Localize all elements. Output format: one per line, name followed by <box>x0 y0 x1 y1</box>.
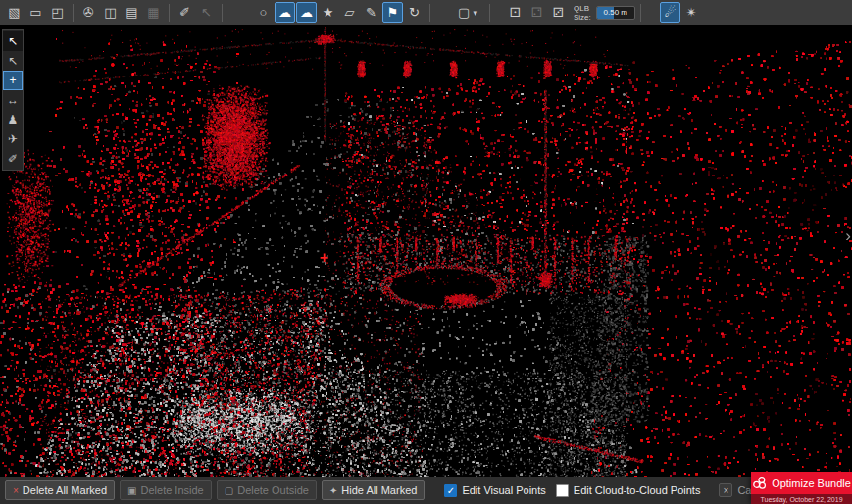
qlb-size-label: QLB Size: <box>574 4 591 22</box>
toolbar-group: ✇◫▤▦ <box>78 2 164 23</box>
close-icon: × <box>719 483 732 497</box>
toolbar-group: ⚀⚁⚂QLB Size:0.50 m <box>505 2 635 23</box>
delete-outside-button: ▢Delete Outside <box>217 480 317 500</box>
mark-cloud-outside-icon[interactable]: ☁ <box>296 2 317 23</box>
hide-all-marked-button[interactable]: ✦Hide All Marked <box>322 480 425 500</box>
delete-inside-label: Delete Inside <box>141 484 204 496</box>
split-view-icon[interactable]: ◫ <box>100 2 121 23</box>
pick-marker-icon: + <box>320 250 328 266</box>
edit-visual-points-label: Edit Visual Points <box>462 484 545 496</box>
paint-select-icon[interactable]: ✐ <box>3 149 23 169</box>
box-mode-icon[interactable]: ⚂ <box>548 2 569 23</box>
toolbar-separator <box>429 4 430 22</box>
pan-move-icon[interactable]: + <box>3 71 23 90</box>
pointcloud-canvas[interactable] <box>0 25 852 477</box>
toolbar-separator <box>169 4 170 22</box>
toolbar-group: ✐↖ <box>175 2 217 23</box>
fence-polygon-icon[interactable]: ▱ <box>339 2 360 23</box>
refresh-scan-icon[interactable]: ↻ <box>404 2 425 23</box>
toolbar-separator <box>222 4 223 22</box>
hide-all-marked-label: Hide All Marked <box>341 484 417 496</box>
checkbox-checked-icon[interactable]: ✓ <box>444 484 457 497</box>
mark-pen-icon[interactable]: ✐ <box>175 2 195 23</box>
toolbar-group: ▧▭◰ <box>4 2 68 23</box>
sphere-select-icon[interactable]: ○ <box>253 2 274 23</box>
panel-expander-icon[interactable]: › <box>845 227 851 244</box>
optimize-bundle-button[interactable]: Optimize Bundle Tuesday, October 22, 201… <box>751 472 852 504</box>
pick-cursor-icon: ↖ <box>196 2 217 23</box>
toolbar-group: ▢▾ <box>451 2 484 23</box>
flashlight-icon[interactable]: ☄ <box>660 2 680 23</box>
delete-all-marked-label: Delete All Marked <box>23 484 107 496</box>
limit-box-icon[interactable]: ⚀ <box>505 2 526 23</box>
checkbox-unchecked-icon[interactable] <box>556 484 569 497</box>
chevron-down-icon: ▾ <box>473 8 477 18</box>
draw-pencil-icon[interactable]: ✎ <box>361 2 381 23</box>
delete-inside-icon: ▣ <box>127 485 136 496</box>
beam-icon[interactable]: ✴ <box>681 2 702 23</box>
toolbar-separator <box>489 4 490 22</box>
grid-view-icon: ▦ <box>143 2 164 23</box>
placemark-pin-icon[interactable]: ⚑ <box>382 2 403 23</box>
edit-cloud-to-cloud-checkbox[interactable]: Edit Cloud-to-Cloud Points <box>556 484 701 497</box>
optimize-bundle-main: Optimize Bundle <box>751 472 852 494</box>
edit-cloud-to-cloud-label: Edit Cloud-to-Cloud Points <box>574 484 701 496</box>
qlb-size-slider[interactable]: 0.50 m <box>596 6 635 20</box>
delete-all-marked-icon: × <box>13 485 19 496</box>
edit-buttons-group: ×Delete All Marked▣Delete Inside▢Delete … <box>5 480 425 500</box>
toolbar-separator <box>73 4 74 22</box>
mark-cloud-inside-icon[interactable]: ☁ <box>275 2 295 23</box>
fit-screen-icon[interactable]: ▭ <box>25 2 46 23</box>
viewport: ↖↖+↔♟✈✐ + › <box>0 25 852 477</box>
multi-select-cursor-icon[interactable]: ↖ <box>3 51 23 71</box>
left-toolbar: ↖↖+↔♟✈✐ <box>2 29 24 171</box>
select-cursor-icon[interactable]: ↖ <box>3 31 23 51</box>
slider-value: 0.50 m <box>597 7 634 19</box>
bundle-icon <box>752 476 767 490</box>
panorama-view-icon[interactable]: ▤ <box>122 2 142 23</box>
top-toolbar: ▧▭◰✇◫▤▦✐↖○☁☁★▱✎⚑↻▢▾⚀⚁⚂QLB Size:0.50 m☄✴ <box>0 0 852 25</box>
status-date: Tuesday, October 22, 2019 <box>751 494 852 504</box>
delete-inside-button: ▣Delete Inside <box>120 480 212 500</box>
delete-all-marked-button[interactable]: ×Delete All Marked <box>5 480 115 500</box>
star-target-icon[interactable]: ★ <box>318 2 338 23</box>
app-window: ▧▭◰✇◫▤▦✐↖○☁☁★▱✎⚑↻▢▾⚀⚁⚂QLB Size:0.50 m☄✴ … <box>0 0 852 504</box>
range-measure-icon[interactable]: ↔ <box>3 90 23 110</box>
bottom-toolbar: ×Delete All Marked▣Delete Inside▢Delete … <box>0 477 852 504</box>
delete-outside-icon: ▢ <box>225 485 233 496</box>
optimize-bundle-label: Optimize Bundle <box>772 478 851 489</box>
toolbar-group: ○☁☁★▱✎⚑↻ <box>253 2 425 23</box>
camera-icon[interactable]: ✇ <box>78 2 99 23</box>
fly-navigate-icon[interactable]: ✈ <box>3 129 23 149</box>
edit-options-group: ✓Edit Visual PointsEdit Cloud-to-Cloud P… <box>434 484 700 497</box>
delete-outside-label: Delete Outside <box>237 484 309 496</box>
setup-position-icon[interactable]: ♟ <box>3 110 23 129</box>
region-select-icon[interactable]: ▧ <box>4 2 25 23</box>
box-export-icon: ⚁ <box>526 2 547 23</box>
view-mode-dropdown[interactable]: ▢▾ <box>451 2 484 23</box>
hide-all-marked-icon: ✦ <box>329 485 337 496</box>
toolbar-group: ☄✴ <box>660 2 702 23</box>
zoom-window-icon[interactable]: ◰ <box>47 2 68 23</box>
edit-visual-points-checkbox[interactable]: ✓Edit Visual Points <box>444 484 545 497</box>
toolbar-separator <box>640 4 641 22</box>
